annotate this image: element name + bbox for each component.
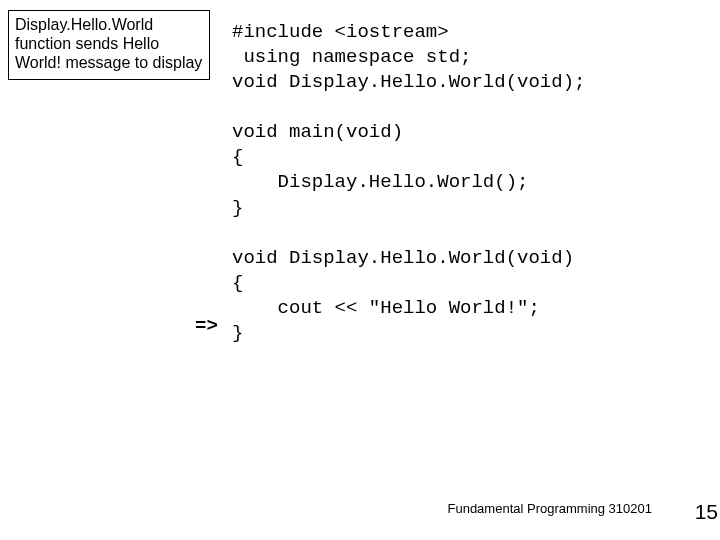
- page-number: 15: [695, 500, 718, 524]
- annotation-box: Display.Hello.World function sends Hello…: [8, 10, 210, 80]
- arrow-marker: =>: [195, 315, 218, 337]
- slide: Display.Hello.World function sends Hello…: [0, 0, 720, 540]
- code-block: #include <iostream> using namespace std;…: [232, 20, 585, 346]
- annotation-text: Display.Hello.World function sends Hello…: [15, 16, 202, 71]
- footer-text: Fundamental Programming 310201: [447, 501, 652, 516]
